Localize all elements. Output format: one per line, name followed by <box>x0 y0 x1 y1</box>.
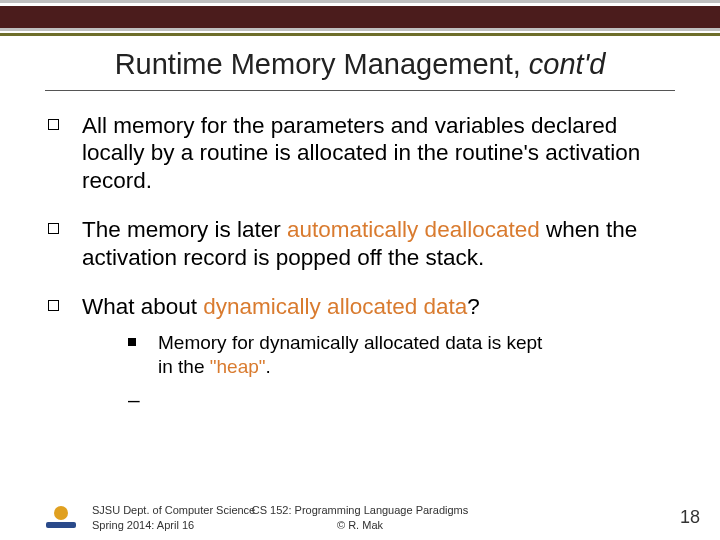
text-highlight: "heap" <box>210 356 266 377</box>
sub-bullet-text: Memory for dynamically allocated data is… <box>158 331 558 380</box>
bullet-item: All memory for the parameters and variab… <box>48 112 672 194</box>
bullet-text: The memory is later automatically deallo… <box>82 216 672 271</box>
slide-title: Runtime Memory Management, cont'd <box>0 48 720 81</box>
sub-bullet-item: – <box>128 385 672 414</box>
title-rule <box>45 90 675 91</box>
logo-sun-icon <box>54 506 68 520</box>
text-highlight: dynamically allocated data <box>203 294 467 319</box>
bar-light-mid <box>0 28 720 31</box>
sub-bullets: Memory for dynamically allocated data is… <box>128 331 672 415</box>
text-fragment: ? <box>467 294 480 319</box>
bullet-text: All memory for the parameters and variab… <box>82 112 672 194</box>
dash-bullet-icon: – <box>128 387 140 414</box>
text-fragment: The memory is later <box>82 217 287 242</box>
footer-course: CS 152: Programming Language Paradigms <box>252 503 468 517</box>
text-fragment: . <box>266 356 271 377</box>
bar-light-top <box>0 0 720 3</box>
title-italic: cont'd <box>529 48 605 80</box>
content: All memory for the parameters and variab… <box>48 112 672 420</box>
sjsu-logo <box>44 506 78 534</box>
footer-copyright: © R. Mak <box>252 518 468 532</box>
text-fragment: What about <box>82 294 203 319</box>
slide: Runtime Memory Management, cont'd All me… <box>0 0 720 540</box>
square-bullet-icon <box>48 119 59 130</box>
footer-center: CS 152: Programming Language Paradigms ©… <box>252 503 468 532</box>
bar-maroon <box>0 6 720 28</box>
bar-olive <box>0 33 720 36</box>
text-fragment: All memory for the parameters and variab… <box>82 113 640 193</box>
footer-date: Spring 2014: April 16 <box>92 518 255 532</box>
text-highlight: automatically deallocated <box>287 217 540 242</box>
sub-bullet-item: Memory for dynamically allocated data is… <box>128 331 672 380</box>
bullet-item: What about dynamically allocated data? <box>48 293 672 320</box>
page-number: 18 <box>680 507 700 528</box>
footer-dept: SJSU Dept. of Computer Science <box>92 503 255 517</box>
bullet-text: What about dynamically allocated data? <box>82 293 672 320</box>
square-bullet-icon <box>48 300 59 311</box>
logo-band-icon <box>46 522 76 528</box>
bullet-item: The memory is later automatically deallo… <box>48 216 672 271</box>
square-bullet-icon <box>48 223 59 234</box>
footer-left: SJSU Dept. of Computer Science Spring 20… <box>92 503 255 532</box>
title-main: Runtime Memory Management, <box>115 48 529 80</box>
header-bars <box>0 0 720 36</box>
filled-square-bullet-icon <box>128 338 136 346</box>
